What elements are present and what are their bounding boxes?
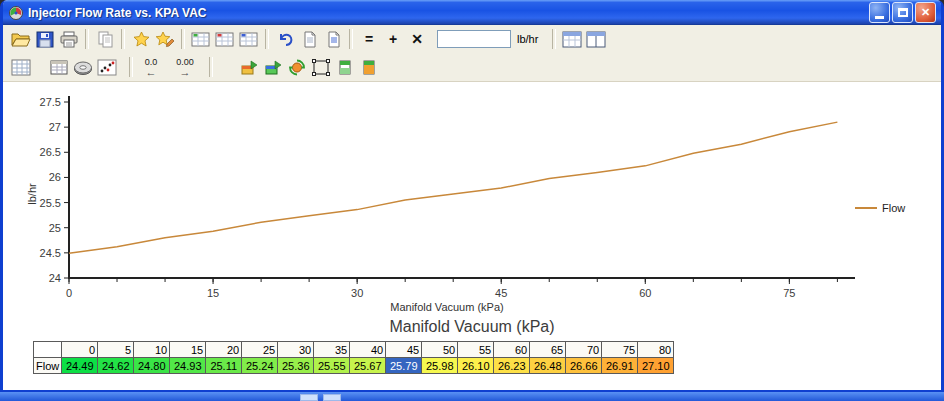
- flow-cell[interactable]: 27.10: [638, 358, 674, 374]
- multiply-button[interactable]: ✕: [405, 27, 429, 51]
- close-icon: ✕: [921, 6, 930, 19]
- undo-button[interactable]: [273, 27, 297, 51]
- app-window: Injector Flow Rate vs. KPA VAC ✕ = + ✕ l…: [0, 0, 944, 392]
- legend-line-swatch: [855, 207, 877, 209]
- column-header[interactable]: 20: [206, 342, 242, 358]
- column-header[interactable]: 55: [458, 342, 494, 358]
- svg-text:60: 60: [639, 287, 651, 299]
- star-edit-icon: [155, 31, 175, 48]
- column-header[interactable]: 65: [530, 342, 566, 358]
- refresh-colors-button[interactable]: [285, 55, 309, 79]
- row-label[interactable]: Flow: [34, 358, 62, 374]
- orange-column-button[interactable]: [357, 55, 381, 79]
- column-header[interactable]: 25: [242, 342, 278, 358]
- split-window-button[interactable]: [584, 27, 608, 51]
- flow-cell[interactable]: 25.79: [386, 358, 422, 374]
- star-new-button[interactable]: [129, 27, 153, 51]
- refresh-colors-icon: [287, 59, 307, 76]
- value-input[interactable]: [437, 30, 511, 48]
- surface-chart-icon: [73, 59, 93, 76]
- separator: [85, 29, 89, 49]
- flow-cell[interactable]: 24.80: [134, 358, 170, 374]
- recolor-cool-icon: [263, 59, 283, 76]
- equals-button[interactable]: =: [357, 27, 381, 51]
- minimize-icon: [875, 16, 884, 19]
- separator: [209, 57, 213, 77]
- separator: [181, 29, 185, 49]
- flow-cell[interactable]: 26.23: [494, 358, 530, 374]
- grid-window-icon: [562, 31, 582, 48]
- flow-chart-svg: 2424.52525.52626.52727.501530456075: [7, 90, 887, 320]
- doc-paste-button[interactable]: [321, 27, 345, 51]
- column-header[interactable]: 30: [278, 342, 314, 358]
- flow-table: 05101520253035404550556065707580Flow24.4…: [33, 341, 674, 374]
- svg-text:25: 25: [49, 222, 61, 234]
- svg-text:26.5: 26.5: [40, 146, 61, 158]
- column-header[interactable]: 35: [314, 342, 350, 358]
- flow-cell[interactable]: 24.49: [62, 358, 98, 374]
- column-header[interactable]: 15: [170, 342, 206, 358]
- toolbar-main: = + ✕ lb/hr: [3, 25, 941, 53]
- flow-cell[interactable]: 24.62: [98, 358, 134, 374]
- titlebar[interactable]: Injector Flow Rate vs. KPA VAC ✕: [3, 0, 941, 25]
- selection-box-button[interactable]: [309, 55, 333, 79]
- flow-cell[interactable]: 26.66: [566, 358, 602, 374]
- print-button[interactable]: [57, 27, 81, 51]
- app-icon: [8, 5, 24, 21]
- plot-area: 2424.52525.52626.52727.501530456075 lb/h…: [3, 82, 941, 390]
- doc-copy-icon: [302, 31, 317, 48]
- flow-cell[interactable]: 25.67: [350, 358, 386, 374]
- svg-text:15: 15: [207, 287, 219, 299]
- green-column-icon: [335, 59, 355, 76]
- maximize-button[interactable]: [892, 2, 913, 23]
- toolbar-view: 0.0 ← 0.00 →: [3, 53, 941, 82]
- flow-cell[interactable]: 26.48: [530, 358, 566, 374]
- decimal-decrease-button[interactable]: 0.0 ←: [137, 55, 165, 79]
- minimize-button[interactable]: [869, 2, 890, 23]
- edit-table-button[interactable]: [213, 27, 237, 51]
- column-header[interactable]: 80: [638, 342, 674, 358]
- flow-cell[interactable]: 25.11: [206, 358, 242, 374]
- flow-cell[interactable]: 25.55: [314, 358, 350, 374]
- format-table-button[interactable]: [237, 27, 261, 51]
- table-view-button[interactable]: [47, 55, 71, 79]
- scatter-chart-button[interactable]: [95, 55, 119, 79]
- recolor-warm-icon: [239, 59, 259, 76]
- column-header[interactable]: 10: [134, 342, 170, 358]
- column-header[interactable]: 40: [350, 342, 386, 358]
- svg-text:30: 30: [351, 287, 363, 299]
- insert-table-button[interactable]: [189, 27, 213, 51]
- doc-copy-button[interactable]: [297, 27, 321, 51]
- recolor-cool-button[interactable]: [261, 55, 285, 79]
- column-header[interactable]: 50: [422, 342, 458, 358]
- orange-column-icon: [359, 59, 379, 76]
- grid-window-button[interactable]: [560, 27, 584, 51]
- y-axis-label: lb/hr: [26, 183, 38, 204]
- flow-cell[interactable]: 25.24: [242, 358, 278, 374]
- flow-cell[interactable]: 26.91: [602, 358, 638, 374]
- background-window[interactable]: [0, 392, 944, 401]
- open-button[interactable]: [9, 27, 33, 51]
- flow-cell[interactable]: 24.93: [170, 358, 206, 374]
- data-grid-button[interactable]: [9, 55, 33, 79]
- flow-cell[interactable]: 25.98: [422, 358, 458, 374]
- decimal-increase-button[interactable]: 0.00 →: [171, 55, 199, 79]
- copy-button[interactable]: [93, 27, 117, 51]
- column-header[interactable]: 0: [62, 342, 98, 358]
- surface-chart-button[interactable]: [71, 55, 95, 79]
- plus-button[interactable]: +: [381, 27, 405, 51]
- legend: Flow: [855, 202, 905, 214]
- recolor-warm-button[interactable]: [237, 55, 261, 79]
- save-button[interactable]: [33, 27, 57, 51]
- column-header[interactable]: 45: [386, 342, 422, 358]
- flow-cell[interactable]: 26.10: [458, 358, 494, 374]
- flow-cell[interactable]: 25.36: [278, 358, 314, 374]
- column-header[interactable]: 60: [494, 342, 530, 358]
- green-column-button[interactable]: [333, 55, 357, 79]
- column-header[interactable]: 5: [98, 342, 134, 358]
- column-header[interactable]: 70: [566, 342, 602, 358]
- undo-icon: [276, 31, 294, 48]
- close-button[interactable]: ✕: [915, 2, 936, 23]
- column-header[interactable]: 75: [602, 342, 638, 358]
- star-edit-button[interactable]: [153, 27, 177, 51]
